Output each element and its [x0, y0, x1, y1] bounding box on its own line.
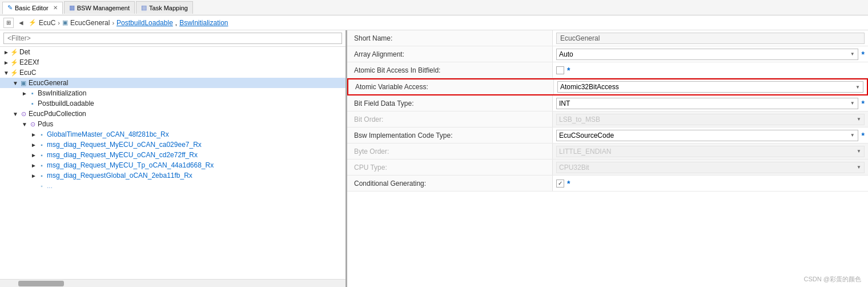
prop-label-atomic-bit-access: Atomic Bit Access In Bitfield:: [347, 62, 553, 78]
icon-msg-diag1: ▪: [38, 141, 46, 149]
tree-item-globaltimemaster[interactable]: ► ▪ GlobalTimeMaster_oCAN_48f281bc_Rx: [0, 129, 345, 139]
breadcrumb-postbuildloadable[interactable]: PostbuildLoadable: [116, 19, 173, 27]
label-ecucpducollection: EcucPduCollection: [29, 110, 86, 118]
prop-value-short-name: [553, 30, 868, 46]
h-scrollbar[interactable]: [0, 279, 345, 287]
icon-e2exf: ⚡: [10, 58, 18, 66]
expand-msg-diag1[interactable]: ►: [30, 141, 38, 149]
tab-basic-editor-label: Basic Editor: [15, 5, 49, 11]
label-more: ...: [47, 182, 53, 190]
prop-value-conditional-generating: *: [553, 176, 868, 191]
icon-ecucgeneral: ▣: [19, 79, 27, 87]
prop-value-atomic-bit-access: *: [553, 62, 868, 78]
prop-select-array-alignment[interactable]: Auto: [556, 49, 858, 60]
icon-pdus: ⊙: [29, 120, 37, 128]
breadcrumb-ecuc: EcuC: [39, 19, 55, 27]
tree-item-det[interactable]: ► ⚡ Det: [0, 47, 345, 57]
breadcrumb-bswinitialization[interactable]: BswInitialization: [179, 19, 228, 27]
prop-checkbox-atomic-bit-access[interactable]: [556, 66, 564, 74]
prop-input-short-name[interactable]: [556, 33, 865, 44]
breadcrumb-back-icon[interactable]: ◄: [16, 18, 26, 28]
label-ecuc: EcuC: [19, 69, 36, 77]
prop-row-atomic-bit-access: Atomic Bit Access In Bitfield: *: [347, 62, 868, 78]
expand-postbuildloadable: [21, 99, 29, 107]
expand-e2exf[interactable]: ►: [2, 58, 10, 66]
select-wrapper-bit-field-data-type: INT: [556, 98, 858, 109]
tree-panel: ► ⚡ Det ► ⚡ E2EXf ▼ ⚡ EcuC ▼ ▣: [0, 30, 347, 287]
icon-msg-diag4: ▪: [38, 172, 46, 180]
tab-bsw-management-label: BSW Management: [77, 5, 130, 11]
checkbox-cell-atomic-bit-access: *: [556, 66, 570, 75]
tree-item-e2exf[interactable]: ► ⚡ E2EXf: [0, 57, 345, 67]
prop-label-atomic-variable-access: Atomic Variable Access:: [348, 79, 554, 94]
breadcrumb-ecucgeneral-icon: ▣: [62, 19, 68, 26]
prop-label-bit-field-data-type: Bit Field Data Type:: [347, 95, 553, 111]
tab-task-mapping-label: Task Mapping: [149, 5, 188, 11]
breadcrumb-ecucgeneral: EcucGeneral: [70, 19, 110, 27]
tree-item-msg-diag1[interactable]: ► ▪ msg_diag_Request_MyECU_oCAN_ca029ee7…: [0, 139, 345, 150]
expand-pdus[interactable]: ▼: [21, 120, 29, 128]
tree-item-bswinitialization[interactable]: ► ▪ BswInitialization: [0, 88, 345, 98]
expand-det[interactable]: ►: [2, 48, 10, 56]
watermark: CSDN @彩蛋的颜色: [804, 275, 861, 284]
prop-label-bit-order: Bit Order:: [347, 111, 553, 127]
prop-row-array-alignment: Array Alignment: Auto *: [347, 46, 868, 62]
tree-item-ecucgeneral[interactable]: ▼ ▣ EcucGeneral: [0, 78, 345, 88]
tree-item-ecucpducollection[interactable]: ▼ ⊙ EcucPduCollection: [0, 109, 345, 119]
icon-ecuc: ⚡: [10, 69, 18, 77]
tree-item-msg-diag2[interactable]: ► ▪ msg_diag_Request_MyECU_oCAN_cd2e72ff…: [0, 150, 345, 160]
prop-select-byte-order: LITTLE_ENDIAN: [556, 146, 865, 157]
tree-item-pdus[interactable]: ▼ ⊙ Pdus: [0, 119, 345, 129]
required-star-atomic-bit-access: *: [567, 66, 570, 75]
prop-label-array-alignment: Array Alignment:: [347, 46, 553, 62]
required-star-array-alignment: *: [862, 50, 865, 59]
tab-bsw-management[interactable]: ▦ BSW Management: [64, 1, 135, 14]
label-msg-diag3: msg_diag_Request_MyECU_Tp_oCAN_44a1d668_…: [47, 161, 214, 169]
label-msg-diag1: msg_diag_Request_MyECU_oCAN_ca029ee7_Rx: [47, 141, 202, 149]
expand-ecucpducollection[interactable]: ▼: [11, 110, 19, 118]
tree-item-more[interactable]: ▪ ...: [0, 181, 345, 191]
prop-select-cpu-type: CPU32Bit: [556, 162, 865, 173]
tree-item-postbuildloadable[interactable]: ▪ PostbuildLoadable: [0, 98, 345, 109]
prop-row-byte-order: Byte Order: LITTLE_ENDIAN: [347, 144, 868, 160]
filter-input[interactable]: [3, 33, 342, 44]
expand-ecucgeneral[interactable]: ▼: [11, 79, 19, 87]
label-ecucgeneral: EcucGeneral: [29, 79, 68, 87]
editor-icon: ✎: [7, 4, 13, 11]
prop-row-atomic-variable-access: Atomic Variable Access: Atomic32BitAcces…: [347, 78, 868, 95]
expand-globaltimemaster[interactable]: ►: [30, 130, 38, 138]
label-globaltimemaster: GlobalTimeMaster_oCAN_48f281bc_Rx: [47, 130, 169, 138]
prop-select-bit-field-data-type[interactable]: INT: [556, 98, 858, 109]
select-wrapper-byte-order: LITTLE_ENDIAN: [556, 146, 865, 157]
prop-value-atomic-variable-access: Atomic32BitAccess: [554, 79, 867, 94]
expand-msg-diag3[interactable]: ►: [30, 161, 38, 169]
icon-postbuildloadable: ▪: [29, 99, 37, 107]
expand-msg-diag4[interactable]: ►: [30, 172, 38, 180]
expand-bswinitialization[interactable]: ►: [21, 89, 29, 97]
expand-ecuc[interactable]: ▼: [2, 69, 10, 77]
icon-msg-diag2: ▪: [38, 151, 46, 159]
prop-row-bit-field-data-type: Bit Field Data Type: INT *: [347, 95, 868, 111]
breadcrumb-grid-icon[interactable]: ⊞: [3, 18, 14, 28]
expand-msg-diag2[interactable]: ►: [30, 151, 38, 159]
prop-select-atomic-variable-access[interactable]: Atomic32BitAccess: [557, 81, 863, 93]
prop-select-bsw-impl-code-type[interactable]: EcuCSourceCode: [556, 130, 858, 141]
prop-checkbox-conditional-generating[interactable]: [556, 180, 564, 188]
label-msg-diag2: msg_diag_Request_MyECU_oCAN_cd2e72ff_Rx: [47, 151, 198, 159]
tree-item-ecuc[interactable]: ▼ ⚡ EcuC: [0, 67, 345, 78]
prop-value-bit-field-data-type: INT *: [553, 95, 868, 111]
tree-item-msg-diag3[interactable]: ► ▪ msg_diag_Request_MyECU_Tp_oCAN_44a1d…: [0, 160, 345, 170]
icon-msg-diag3: ▪: [38, 161, 46, 169]
props-panel: Short Name: Array Alignment: Auto *: [347, 30, 868, 287]
tab-task-mapping[interactable]: ▤ Task Mapping: [136, 1, 193, 14]
tab-basic-editor[interactable]: ✎ Basic Editor ✕: [2, 2, 63, 14]
required-star-bsw-impl-code-type: *: [862, 131, 865, 140]
prop-label-short-name: Short Name:: [347, 30, 553, 46]
prop-label-bsw-impl-code-type: Bsw Implementation Code Type:: [347, 127, 553, 143]
icon-bswinitialization: ▪: [29, 89, 37, 97]
select-wrapper-bsw-impl-code-type: EcuCSourceCode: [556, 130, 858, 141]
tab-basic-editor-close[interactable]: ✕: [53, 5, 58, 11]
tree-item-msg-diag4[interactable]: ► ▪ msg_diag_RequestGlobal_oCAN_2eba11fb…: [0, 170, 345, 181]
h-scrollbar-thumb[interactable]: [18, 281, 64, 286]
breadcrumb-ecuc-icon: ⚡: [29, 19, 37, 26]
